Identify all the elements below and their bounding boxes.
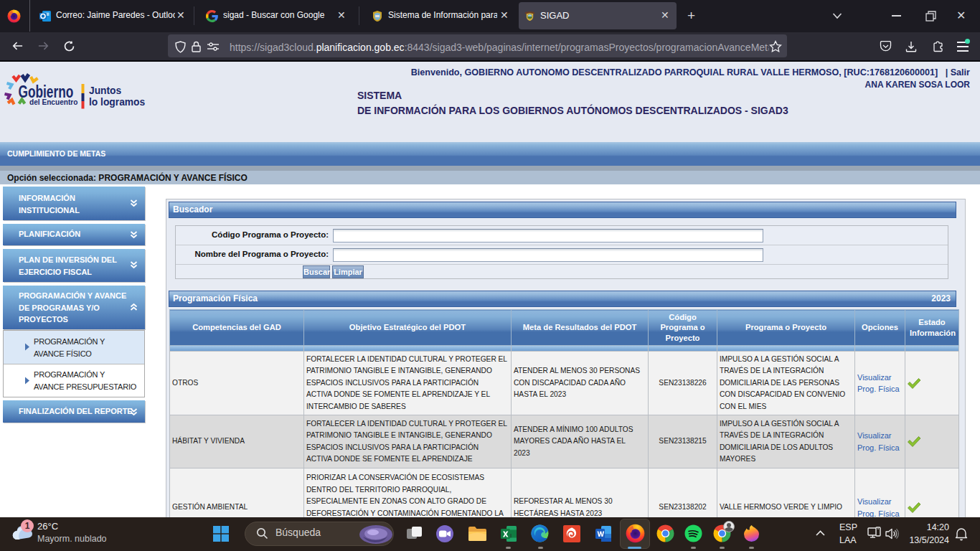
svg-text:Juntos: Juntos bbox=[89, 85, 122, 96]
svg-text:del Encuentro: del Encuentro bbox=[29, 97, 78, 106]
svg-text:lo logramos: lo logramos bbox=[89, 97, 146, 108]
